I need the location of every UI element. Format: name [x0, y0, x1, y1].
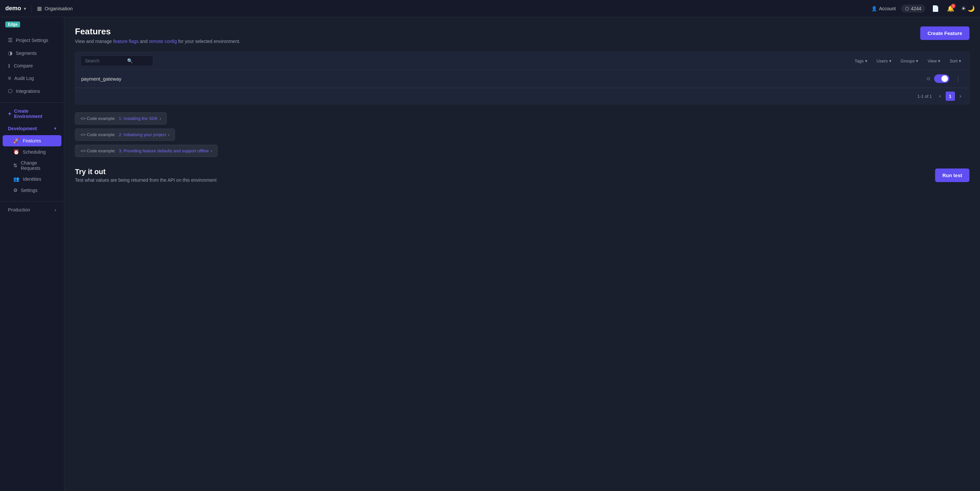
page-header: Features View and manage feature flags a…	[75, 26, 969, 44]
run-test-button[interactable]: Run test	[935, 169, 969, 182]
sort-chevron-icon: ▾	[959, 59, 961, 64]
code-example-3-label: 3: Providing feature defaults and suppor…	[118, 148, 209, 153]
code-example-1-chevron-icon: ›	[160, 116, 161, 121]
notification-icon-button[interactable]: 🔔 5	[946, 4, 956, 14]
feature-table: payment_gateway ⧉ ⋮ 1-1 of 1 ‹ 1 ›	[75, 70, 969, 104]
github-badge[interactable]: ⬡ 4244	[901, 5, 925, 13]
header-right: 👤 Account ⬡ 4244 📄 🔔 5 ☀ 🌙	[871, 4, 975, 14]
code-example-3-chevron-icon: ›	[211, 149, 212, 153]
code-example-1-prefix: <> Code example:	[81, 116, 116, 121]
development-chevron-icon: ▾	[54, 126, 56, 131]
org-section: ▦ Organisation	[37, 5, 73, 11]
create-env-label: Create Environment	[14, 108, 56, 119]
more-options-button[interactable]: ⋮	[953, 74, 963, 83]
create-environment-button[interactable]: + Create Environment	[3, 105, 61, 122]
sidebar-item-integrations[interactable]: ⬡ Integrations	[3, 85, 61, 97]
prev-page-button[interactable]: ‹	[937, 92, 943, 100]
sidebar-item-scheduling[interactable]: ⏰ Scheduling	[3, 147, 61, 158]
github-count: 4244	[911, 6, 921, 11]
users-chevron-icon: ▾	[889, 59, 891, 64]
remote-config-link[interactable]: remote config	[149, 39, 177, 44]
code-example-1-label: 1: Installing the SDK	[118, 116, 158, 121]
sidebar-item-label: Segments	[16, 51, 37, 56]
sidebar-divider-2	[0, 201, 64, 202]
subtitle-suffix: for your selected environment.	[177, 39, 240, 44]
groups-filter-button[interactable]: Groups ▾	[898, 57, 921, 65]
try-header: Try it out Test what values are being re…	[75, 167, 969, 183]
sidebar-top: Edge	[0, 17, 64, 31]
sidebar-item-label: Project Settings	[16, 38, 48, 43]
code-example-3-button[interactable]: <> Code example: 3: Providing feature de…	[75, 145, 218, 157]
sun-icon[interactable]: ☀	[961, 5, 966, 12]
code-examples: <> Code example: 1: Installing the SDK ›…	[75, 112, 969, 157]
features-label: Features	[23, 138, 41, 143]
subtitle-and: and	[139, 39, 149, 44]
current-page-number[interactable]: 1	[946, 91, 955, 101]
code-example-2-button[interactable]: <> Code example: 2: Initialising your pr…	[75, 129, 175, 141]
account-label: Account	[879, 6, 896, 11]
try-it-out-section: Try it out Test what values are being re…	[75, 167, 969, 183]
production-section[interactable]: Production ›	[3, 204, 61, 215]
view-filter-button[interactable]: View ▾	[925, 57, 943, 65]
scheduling-label: Scheduling	[23, 149, 46, 155]
document-icon-button[interactable]: 📄	[931, 4, 940, 14]
code-example-1-button[interactable]: <> Code example: 1: Installing the SDK ›	[75, 112, 167, 124]
page-header-text: Features View and manage feature flags a…	[75, 26, 240, 44]
search-wrapper: 🔍	[81, 56, 153, 66]
code-example-2-chevron-icon: ›	[168, 132, 169, 137]
sidebar-item-segments[interactable]: ◑ Segments	[3, 47, 61, 59]
sidebar-item-project-settings[interactable]: ☰ Project Settings	[3, 34, 61, 46]
view-chevron-icon: ▾	[938, 59, 940, 64]
moon-icon[interactable]: 🌙	[967, 5, 975, 12]
sidebar-item-label: Audit Log	[14, 76, 34, 81]
compare-icon: ⫿	[8, 63, 11, 69]
theme-toggle[interactable]: ☀ 🌙	[961, 5, 975, 12]
page-subtitle: View and manage feature flags and remote…	[75, 39, 240, 44]
sidebar-item-label: Integrations	[16, 89, 40, 94]
sidebar-item-settings[interactable]: ⚙ Settings	[3, 185, 61, 196]
identities-icon: 👥	[13, 176, 19, 182]
development-section: Development ▾ 🚀 Features ⏰ Scheduling ⇅ …	[0, 122, 64, 199]
app-chevron-icon[interactable]: ▾	[24, 6, 26, 11]
tags-label: Tags	[854, 59, 864, 64]
sidebar: Edge ☰ Project Settings ◑ Segments ⫿ Com…	[0, 17, 64, 491]
feature-toggle[interactable]	[934, 74, 949, 83]
try-title: Try it out	[75, 167, 216, 176]
view-label: View	[928, 59, 937, 64]
header-left: demo ▾ ▦ Organisation	[5, 5, 871, 13]
pagination-row: 1-1 of 1 ‹ 1 ›	[75, 88, 969, 104]
try-subtitle: Test what values are being returned from…	[75, 177, 216, 183]
sort-filter-button[interactable]: Sort ▾	[947, 57, 964, 65]
sidebar-item-features[interactable]: 🚀 Features	[3, 135, 61, 147]
search-input[interactable]	[85, 58, 124, 64]
sidebar-item-audit-log[interactable]: ≡ Audit Log	[3, 72, 61, 84]
project-settings-icon: ☰	[8, 37, 13, 43]
features-icon: 🚀	[13, 138, 19, 144]
sidebar-divider	[0, 102, 64, 103]
account-button[interactable]: 👤 Account	[871, 6, 896, 11]
tags-chevron-icon: ▾	[865, 59, 867, 64]
sidebar-item-change-requests[interactable]: ⇅ Change Requests	[3, 158, 61, 174]
page-title: Features	[75, 26, 240, 37]
tags-filter-button[interactable]: Tags ▾	[852, 57, 870, 65]
settings-icon: ⚙	[13, 187, 18, 193]
production-chevron-icon: ›	[54, 207, 56, 212]
feature-flags-link[interactable]: feature flags	[113, 39, 139, 44]
sort-label: Sort	[950, 59, 958, 64]
integrations-icon: ⬡	[8, 88, 13, 94]
copy-icon[interactable]: ⧉	[927, 76, 930, 81]
edge-badge: Edge	[5, 21, 20, 27]
development-sub-items: 🚀 Features ⏰ Scheduling ⇅ Change Request…	[0, 134, 64, 197]
settings-label: Settings	[21, 188, 38, 193]
segments-icon: ◑	[8, 50, 13, 56]
next-page-button[interactable]: ›	[958, 92, 963, 100]
sidebar-item-identities[interactable]: 👥 Identities	[3, 174, 61, 185]
create-feature-button[interactable]: Create Feature	[920, 26, 969, 40]
plus-icon: +	[8, 110, 11, 117]
development-header[interactable]: Development ▾	[3, 123, 61, 134]
search-icon: 🔍	[127, 58, 133, 64]
main-layout: Edge ☰ Project Settings ◑ Segments ⫿ Com…	[0, 17, 980, 491]
users-filter-button[interactable]: Users ▾	[874, 57, 894, 65]
sidebar-item-compare[interactable]: ⫿ Compare	[3, 60, 61, 72]
code-example-2-label: 2: Initialising your project	[118, 132, 166, 137]
